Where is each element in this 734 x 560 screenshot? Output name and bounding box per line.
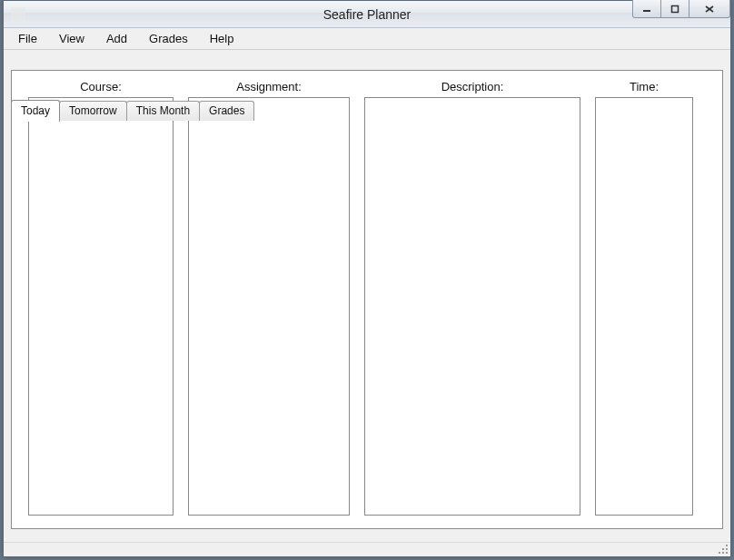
- status-bar: [4, 542, 730, 556]
- menu-add[interactable]: Add: [95, 28, 138, 49]
- tab-tomorrow[interactable]: Tomorrow: [59, 101, 127, 121]
- minimize-icon: [642, 5, 651, 14]
- column-header-course: Course:: [80, 80, 122, 93]
- minimize-button[interactable]: [632, 0, 661, 18]
- menu-bar: File View Add Grades Help: [4, 28, 730, 50]
- list-time[interactable]: [595, 97, 693, 516]
- column-header-description: Description:: [441, 80, 504, 93]
- menu-help[interactable]: Help: [199, 28, 245, 49]
- window-title: Seafire Planner: [4, 7, 730, 22]
- tab-grades[interactable]: Grades: [199, 101, 254, 121]
- content-area: Today Tomorrow This Month Grades Course:…: [4, 50, 730, 542]
- menu-view[interactable]: View: [48, 28, 95, 49]
- columns: Course: Assignment: Description: Time:: [28, 80, 706, 516]
- list-description[interactable]: [364, 97, 580, 516]
- column-time: Time:: [595, 80, 693, 516]
- column-assignment: Assignment:: [188, 80, 350, 516]
- app-window: Seafire Planner File View Add Grades Hel…: [3, 0, 731, 557]
- title-bar[interactable]: Seafire Planner: [4, 1, 730, 28]
- maximize-icon: [670, 5, 679, 14]
- window-controls: [633, 0, 730, 18]
- column-course: Course:: [28, 80, 174, 516]
- list-course[interactable]: [28, 97, 174, 516]
- list-assignment[interactable]: [188, 97, 350, 516]
- column-description: Description:: [364, 80, 580, 516]
- close-icon: [704, 5, 715, 14]
- app-icon: [11, 7, 25, 22]
- tab-today[interactable]: Today: [11, 100, 60, 122]
- close-button[interactable]: [689, 0, 730, 18]
- menu-grades[interactable]: Grades: [138, 28, 199, 49]
- column-header-time: Time:: [630, 80, 659, 93]
- maximize-button[interactable]: [660, 0, 689, 18]
- tab-this-month[interactable]: This Month: [126, 101, 200, 121]
- tab-row: Today Tomorrow This Month Grades: [11, 101, 254, 121]
- svg-rect-1: [672, 5, 679, 12]
- menu-file[interactable]: File: [7, 28, 48, 49]
- tab-panel: Course: Assignment: Description: Time:: [11, 70, 723, 529]
- resize-grip[interactable]: [718, 544, 729, 555]
- column-header-assignment: Assignment:: [236, 80, 302, 93]
